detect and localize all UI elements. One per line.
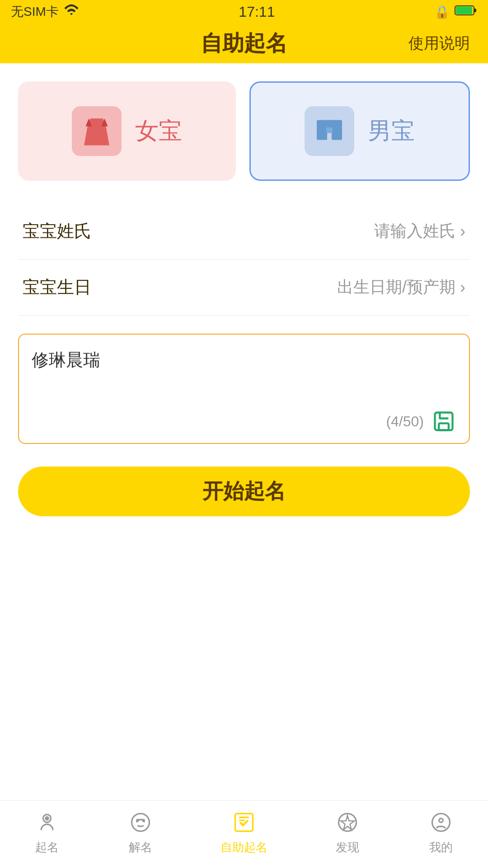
birthday-value: 出生日期/预产期 › xyxy=(337,276,465,298)
female-icon-box xyxy=(72,106,122,156)
save-button[interactable] xyxy=(431,409,456,434)
svg-rect-8 xyxy=(317,127,327,140)
svg-rect-18 xyxy=(235,814,253,831)
name-textarea-container[interactable]: 修琳晨瑞 (4/50) xyxy=(18,334,470,444)
birthday-placeholder: 出生日期/预产期 xyxy=(337,276,455,298)
wifi-icon xyxy=(63,2,80,22)
svg-rect-11 xyxy=(435,413,453,430)
textarea-footer: (4/50) xyxy=(32,409,456,434)
start-naming-button[interactable]: 开始起名 xyxy=(18,467,470,516)
discover-icon xyxy=(334,809,361,836)
page-title: 自助起名 xyxy=(201,29,287,58)
header: 自助起名 使用说明 xyxy=(0,24,488,63)
bottom-nav: 起名 解名 自助起名 xyxy=(0,800,488,868)
nav-label-self-naming: 自助起名 xyxy=(221,840,267,855)
svg-marker-20 xyxy=(341,816,354,830)
surname-row[interactable]: 宝宝姓氏 请输入姓氏 › xyxy=(18,203,470,259)
birthday-row[interactable]: 宝宝生日 出生日期/预产期 › xyxy=(18,259,470,316)
female-label: 女宝 xyxy=(135,115,182,147)
male-card[interactable]: 男宝 xyxy=(249,81,470,181)
nav-label-naming: 起名 xyxy=(35,840,59,855)
battery-icon xyxy=(455,4,477,20)
svg-point-14 xyxy=(45,817,48,820)
gender-selector: 女宝 男宝 xyxy=(18,81,470,181)
lock-icon: 🔒 xyxy=(434,5,450,19)
content-area: 女宝 男宝 宝宝姓氏 请输入姓氏 › 宝宝生日 出生日期 xyxy=(0,63,488,800)
nav-item-analysis[interactable]: 解名 xyxy=(127,809,154,855)
char-count: (4/50) xyxy=(386,413,424,430)
status-right: 🔒 xyxy=(434,4,477,20)
svg-rect-10 xyxy=(326,127,333,133)
self-naming-icon xyxy=(230,809,258,836)
usage-guide-button[interactable]: 使用说明 xyxy=(408,33,470,54)
nav-item-mine[interactable]: 我的 xyxy=(427,809,455,855)
male-label: 男宝 xyxy=(368,115,415,147)
female-card[interactable]: 女宝 xyxy=(18,81,236,181)
svg-point-16 xyxy=(137,820,138,821)
status-bar: 无SIM卡 17:11 🔒 xyxy=(0,0,488,24)
name-textarea-value[interactable]: 修琳晨瑞 xyxy=(32,347,456,401)
surname-placeholder: 请输入姓氏 xyxy=(374,220,455,242)
surname-label: 宝宝姓氏 xyxy=(23,220,91,243)
status-left: 无SIM卡 xyxy=(11,2,80,22)
nav-item-discover[interactable]: 发现 xyxy=(334,809,361,855)
svg-rect-7 xyxy=(317,120,342,128)
mine-icon xyxy=(427,809,455,836)
svg-rect-1 xyxy=(474,9,476,12)
nav-item-self-naming[interactable]: 自助起名 xyxy=(221,809,267,855)
surname-chevron: › xyxy=(460,222,465,241)
analysis-icon xyxy=(127,809,154,836)
svg-marker-4 xyxy=(84,128,109,146)
male-icon-box xyxy=(305,106,354,156)
nav-label-mine: 我的 xyxy=(429,840,453,855)
birthday-label: 宝宝生日 xyxy=(23,276,91,299)
svg-rect-12 xyxy=(439,423,449,430)
nav-item-naming[interactable]: 起名 xyxy=(33,809,61,855)
svg-rect-2 xyxy=(456,7,472,14)
birthday-chevron: › xyxy=(460,278,465,297)
sim-icon: 无SIM卡 xyxy=(11,3,59,20)
surname-value: 请输入姓氏 › xyxy=(374,220,465,242)
naming-icon xyxy=(33,809,61,836)
nav-label-analysis: 解名 xyxy=(129,840,152,855)
svg-point-17 xyxy=(143,820,144,821)
status-time: 17:11 xyxy=(239,4,275,20)
svg-rect-9 xyxy=(332,127,342,140)
svg-point-15 xyxy=(131,814,149,831)
nav-label-discover: 发现 xyxy=(336,840,359,855)
